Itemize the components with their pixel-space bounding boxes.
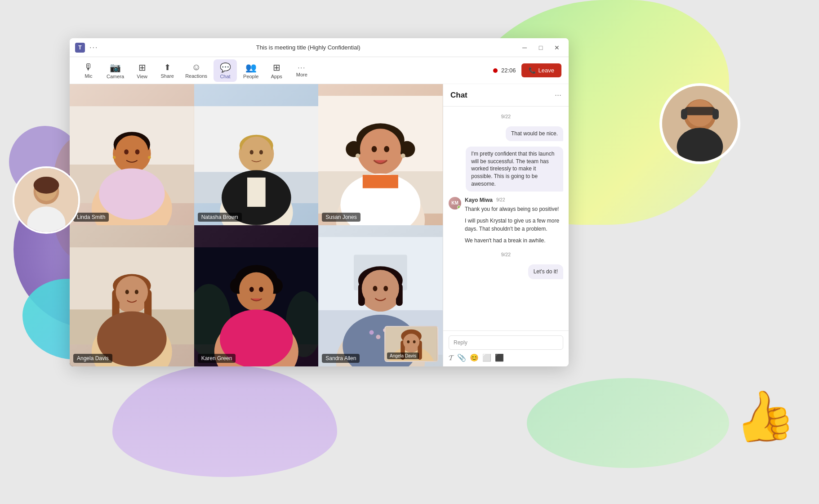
bg-blob-green-bottom [527, 378, 729, 468]
gif-button[interactable]: ⬛ [495, 353, 504, 362]
timer: 22:06 [501, 67, 516, 74]
video-grid: Linda Smith [70, 84, 443, 366]
kayo-avatar: KM [449, 197, 461, 210]
message-left-kayo: KM Kayo Miwa 9/22 Thank you for always b… [449, 197, 563, 245]
view-button[interactable]: ⊞ View [130, 59, 154, 82]
svg-point-32 [249, 150, 253, 155]
maximize-button[interactable]: □ [534, 41, 547, 54]
svg-point-104 [413, 340, 416, 343]
svg-point-88 [362, 270, 399, 307]
attach-button[interactable]: 📎 [457, 353, 466, 362]
participant-name-angela: Angela Davis [73, 354, 112, 363]
reply-placeholder: Reply [454, 339, 467, 346]
svg-point-76 [249, 287, 254, 292]
leave-button[interactable]: 📞 Leave [521, 63, 561, 77]
thumbs-up-emoji: 👍 [728, 383, 799, 450]
kayo-sender-row: Kayo Miwa 9/22 [465, 197, 563, 203]
reactions-button[interactable]: ☺ Reactions [181, 59, 212, 81]
bg-avatar-left [13, 166, 80, 234]
message-date-2: 9/22 [449, 252, 563, 257]
apps-button[interactable]: ⊞ Apps [265, 59, 288, 82]
svg-point-103 [407, 340, 410, 343]
format-text-button[interactable]: 𝓣 [449, 354, 454, 362]
participant-name-susan: Susan Jones [322, 213, 360, 222]
chat-more-button[interactable]: ··· [555, 90, 561, 100]
svg-rect-48 [363, 175, 398, 188]
chat-header: Chat ··· [443, 84, 569, 107]
apps-icon: ⊞ [273, 62, 280, 73]
svg-rect-9 [681, 109, 687, 119]
chat-label: Chat [220, 74, 230, 79]
svg-point-77 [259, 287, 263, 292]
people-icon: 👥 [245, 62, 257, 73]
svg-point-24 [148, 156, 151, 159]
kayo-message-2: I will push Krystal to give us a few mor… [465, 217, 563, 233]
svg-rect-35 [247, 178, 266, 207]
message-bubble-right-1: That would be nice. [506, 126, 563, 141]
recording-indicator: 22:06 [493, 67, 516, 74]
people-label: People [243, 74, 258, 79]
chat-icon: 💬 [220, 62, 231, 73]
chat-button[interactable]: 💬 Chat [214, 59, 237, 82]
svg-point-90 [384, 286, 388, 291]
more-label: More [296, 72, 307, 77]
reply-area: Reply 𝓣 📎 😊 ⬜ ⬛ [443, 330, 569, 366]
svg-point-31 [241, 137, 272, 167]
mic-button[interactable]: 🎙 Mic [77, 59, 100, 81]
svg-point-4 [34, 177, 59, 194]
recording-dot [493, 68, 498, 73]
kayo-online-dot [457, 205, 461, 209]
sticker-button[interactable]: ⬜ [482, 353, 491, 362]
kayo-message-time: 9/22 [496, 197, 505, 202]
logo-letter: T [78, 45, 81, 51]
video-cell-karen: Karen Green [194, 225, 319, 366]
pip-participant-name: Angela Davis [387, 352, 419, 359]
message-bubble-right-3: Let's do it! [528, 264, 563, 279]
share-label: Share [160, 73, 174, 79]
apps-label: Apps [271, 74, 282, 79]
main-content: Linda Smith [70, 84, 569, 366]
message-text-right-2: I'm pretty confident that this launch wi… [466, 147, 563, 192]
message-text-right-3: Let's do it! [528, 264, 563, 279]
video-cell-linda: Linda Smith [70, 84, 194, 225]
people-button[interactable]: 👥 People [239, 59, 263, 82]
svg-point-102 [403, 334, 419, 350]
svg-point-23 [113, 156, 116, 159]
participant-name-sandra: Sandra Allen [322, 354, 360, 363]
close-button[interactable]: ✕ [551, 41, 563, 54]
kayo-message-content: Kayo Miwa 9/22 Thank you for always bein… [465, 197, 563, 245]
mic-label: Mic [85, 73, 92, 79]
reactions-icon: ☺ [191, 62, 200, 72]
reply-input[interactable]: Reply [449, 335, 563, 350]
message-right-1: That would be nice. [449, 126, 563, 141]
camera-button[interactable]: 📷 Camera [102, 59, 129, 82]
title-bar-left: T ··· [75, 43, 98, 53]
kayo-avatar-initials: KM [451, 201, 458, 205]
svg-point-33 [259, 150, 263, 155]
bg-blob-purple-bottom [112, 365, 337, 477]
svg-point-94 [376, 335, 381, 339]
reply-tools: 𝓣 📎 😊 ⬜ ⬛ [449, 353, 563, 362]
minimize-button[interactable]: ─ [518, 41, 531, 54]
teams-window: T ··· This is meeting title (Highly Conf… [70, 38, 569, 366]
share-button[interactable]: ⬆ Share [156, 60, 179, 81]
svg-point-60 [125, 290, 129, 294]
pip-video: Angela Davis [384, 326, 438, 362]
message-date-1: 9/22 [449, 114, 563, 119]
more-button[interactable]: ··· More [290, 61, 313, 80]
svg-point-92 [369, 330, 374, 335]
video-cell-angela: Angela Davis [70, 225, 194, 366]
mic-icon: 🎙 [84, 62, 93, 72]
chat-title: Chat [450, 91, 467, 100]
svg-rect-10 [712, 109, 719, 119]
svg-point-20 [124, 149, 129, 154]
video-cell-sandra: Sandra Allen Angela Davis [318, 225, 443, 366]
emoji-button[interactable]: 😊 [470, 353, 479, 362]
camera-icon: 📷 [110, 62, 121, 73]
message-text-right-1: That would be nice. [506, 126, 563, 141]
title-bar-more[interactable]: ··· [89, 44, 98, 52]
view-icon: ⊞ [138, 62, 146, 73]
bg-avatar-right [659, 83, 740, 164]
message-right-2: I'm pretty confident that this launch wi… [449, 147, 563, 192]
video-cell-susan: Susan Jones [318, 84, 443, 225]
